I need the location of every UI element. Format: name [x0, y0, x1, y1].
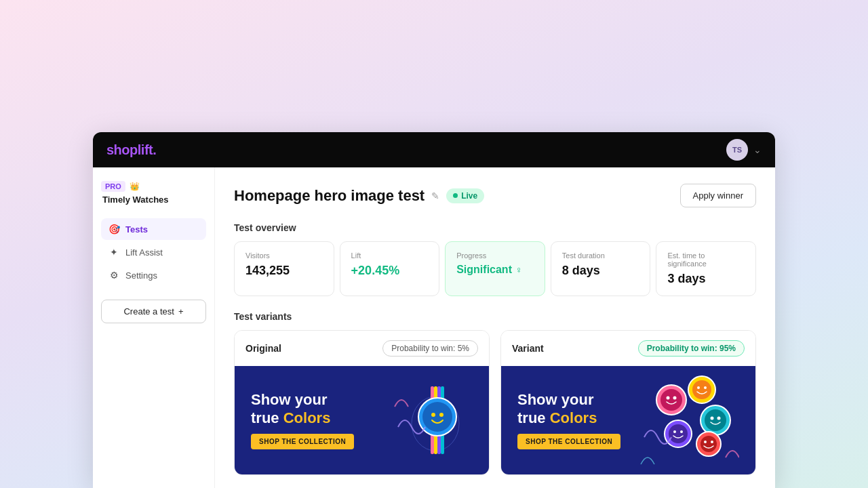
svg-point-12: [439, 413, 443, 417]
svg-point-32: [711, 441, 713, 443]
svg-rect-8: [441, 434, 444, 454]
svg-point-31: [704, 441, 707, 443]
variants-label: Test variants: [234, 311, 756, 322]
svg-rect-7: [437, 434, 441, 454]
progress-value: Significant: [456, 264, 512, 276]
main-layout: PRO 👑 Timely Watches 🎯 Tests ✦ Lift Assi…: [93, 167, 775, 488]
stat-duration: Test duration 8 days: [551, 241, 651, 296]
svg-point-28: [680, 430, 683, 433]
variant-original-prob: Probability to win: 5%: [382, 340, 478, 357]
variant-b-name: Variant: [512, 343, 544, 354]
watch-svg-b: [637, 369, 739, 471]
live-badge: Live: [446, 188, 484, 203]
variant-original-header: Original Probability to win: 5%: [235, 331, 489, 366]
test-overview-label: Test overview: [234, 222, 756, 233]
svg-point-16: [673, 396, 677, 400]
svg-point-22: [705, 409, 726, 431]
variant-b: Variant Probability to win: 95% Show you…: [500, 330, 756, 475]
app-logo: shoplift.: [106, 142, 156, 158]
sidebar-item-settings[interactable]: ⚙ Settings: [101, 264, 206, 286]
topbar-right: TS ⌄: [726, 139, 762, 161]
sidebar-item-lift-assist[interactable]: ✦ Lift Assist: [101, 241, 206, 263]
sidebar-item-tests[interactable]: 🎯 Tests: [101, 218, 206, 240]
variants-grid: Original Probability to win: 5% Show you…: [234, 330, 756, 475]
visitors-label: Visitors: [245, 251, 323, 260]
sidebar-nav: 🎯 Tests ✦ Lift Assist ⚙ Settings: [101, 218, 206, 286]
app-window: shoplift. TS ⌄ PRO 👑 Timely Watches 🎯 Te…: [93, 132, 775, 488]
svg-point-24: [717, 417, 721, 420]
ad-b-text: Show yourtrue Colors SHOP THE COLLECTION: [517, 391, 620, 449]
significance-label: Est. time to significance: [667, 251, 745, 268]
duration-label: Test duration: [562, 251, 639, 260]
progress-label: Progress: [456, 251, 534, 260]
variant-b-ad: Show yourtrue Colors SHOP THE COLLECTION: [501, 366, 755, 474]
svg-point-27: [673, 430, 676, 433]
svg-rect-6: [434, 434, 437, 454]
page-title: Homepage hero image test: [234, 187, 425, 205]
stat-visitors: Visitors 143,255: [234, 241, 334, 296]
variant-original-name: Original: [245, 343, 281, 354]
sidebar: PRO 👑 Timely Watches 🎯 Tests ✦ Lift Assi…: [93, 167, 215, 488]
shop-collection-btn-b[interactable]: SHOP THE COLLECTION: [517, 434, 620, 449]
variant-original: Original Probability to win: 5% Show you…: [234, 330, 490, 475]
progress-value-row: Significant ♀: [456, 264, 534, 276]
avatar[interactable]: TS: [726, 139, 748, 161]
sidebar-item-tests-label: Tests: [125, 224, 148, 235]
stat-significance: Est. time to significance 3 days: [656, 241, 756, 296]
svg-point-19: [697, 386, 700, 389]
svg-point-30: [701, 436, 717, 452]
live-status: Live: [461, 191, 477, 201]
tests-icon: 🎯: [108, 224, 120, 235]
svg-point-15: [667, 396, 670, 400]
stat-lift: Lift +20.45%: [340, 241, 440, 296]
svg-point-23: [711, 417, 714, 420]
svg-point-10: [422, 402, 452, 432]
chevron-down-icon[interactable]: ⌄: [753, 144, 762, 155]
apply-winner-button[interactable]: Apply winner: [680, 184, 756, 207]
edit-icon[interactable]: ✎: [431, 190, 439, 201]
plus-icon: +: [178, 306, 184, 317]
stats-grid: Visitors 143,255 Lift +20.45% Progress S…: [234, 241, 756, 296]
svg-point-20: [704, 386, 707, 389]
watch-svg-original: [384, 373, 473, 468]
svg-point-11: [431, 413, 435, 417]
sidebar-item-lift-assist-label: Lift Assist: [125, 247, 163, 258]
significance-value: 3 days: [667, 272, 745, 286]
svg-point-18: [692, 380, 711, 399]
create-test-button[interactable]: Create a test +: [101, 300, 206, 323]
content-area: Homepage hero image test ✎ Live Apply wi…: [215, 167, 775, 488]
variant-original-ad: Show yourtrue Colors SHOP THE COLLECTION: [235, 366, 489, 474]
pro-label: PRO: [101, 181, 125, 192]
pro-badge: PRO 👑: [101, 181, 206, 192]
shop-collection-btn-original[interactable]: SHOP THE COLLECTION: [251, 434, 354, 449]
page-title-row: Homepage hero image test ✎ Live: [234, 187, 484, 205]
workspace-name: Timely Watches: [101, 195, 206, 205]
lift-label: Lift: [351, 251, 429, 260]
significant-icon: ♀: [515, 264, 523, 275]
visitors-value: 143,255: [245, 264, 323, 278]
settings-icon: ⚙: [108, 270, 120, 281]
svg-rect-5: [431, 434, 434, 454]
duration-value: 8 days: [562, 264, 639, 278]
stat-progress: Progress Significant ♀: [445, 241, 545, 296]
svg-point-26: [669, 424, 688, 443]
sidebar-item-settings-label: Settings: [125, 270, 157, 281]
lift-assist-icon: ✦: [108, 247, 120, 258]
live-dot: [453, 193, 458, 198]
topbar: shoplift. TS ⌄: [93, 132, 775, 167]
page-header: Homepage hero image test ✎ Live Apply wi…: [234, 184, 756, 207]
create-test-label: Create a test: [123, 306, 174, 317]
variant-b-header: Variant Probability to win: 95%: [501, 331, 755, 366]
variant-b-prob: Probability to win: 95%: [638, 340, 745, 357]
svg-point-14: [660, 389, 682, 411]
crown-icon: 👑: [130, 182, 140, 191]
lift-value: +20.45%: [351, 264, 429, 278]
ad-original-text: Show yourtrue Colors SHOP THE COLLECTION: [251, 391, 354, 449]
